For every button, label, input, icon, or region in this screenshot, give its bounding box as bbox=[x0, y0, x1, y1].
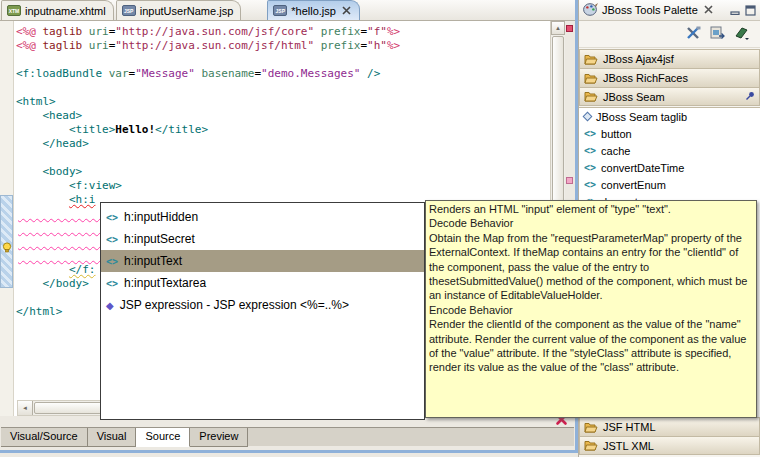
palette-title-bar: JBoss Tools Palette bbox=[579, 0, 760, 21]
completion-item-hinputHidden[interactable]: <>h:inputHidden bbox=[101, 206, 424, 228]
palette-groups: JBoss Ajax4jsfJBoss RichFacesJBoss Seam bbox=[579, 49, 760, 106]
maximize-view-button[interactable] bbox=[745, 5, 756, 16]
code-line bbox=[16, 151, 550, 165]
palette-item-label: JBoss Seam taglib bbox=[596, 111, 687, 123]
tooltip-text-line: Encode Behavior bbox=[429, 303, 753, 317]
scroll-left-button[interactable]: ◄ bbox=[18, 401, 33, 415]
close-tab-icon[interactable] bbox=[342, 6, 352, 16]
editor-tab-inputUserNamejsp[interactable]: JSPinputUserName.jsp bbox=[116, 0, 242, 20]
code-token bbox=[16, 277, 43, 290]
editor-mode-tabs: Visual/SourceVisualSourcePreview bbox=[1, 427, 574, 446]
completion-item-hinputTextarea[interactable]: <>h:inputTextarea bbox=[101, 272, 424, 294]
palette-groups-bottom: JSF HTMLJSTL XML bbox=[579, 417, 760, 455]
palette-item-button[interactable]: <>button bbox=[579, 125, 760, 142]
editor-tab-inputnamexhtml[interactable]: XTMinputname.xhtml bbox=[1, 0, 114, 20]
palette-group-jboss-richfaces[interactable]: JBoss RichFaces bbox=[579, 68, 760, 87]
code-line: <head> bbox=[16, 109, 550, 123]
palette-menu-icon[interactable] bbox=[734, 26, 750, 42]
code-token: taglib bbox=[43, 25, 89, 38]
completion-item-label: h:inputTextarea bbox=[124, 276, 206, 290]
completion-item-JSP[interactable]: ◆JSP expression - JSP expression <%=..%> bbox=[101, 294, 424, 316]
code-token bbox=[16, 263, 69, 276]
code-token: "demo.Messages" bbox=[261, 67, 360, 80]
code-token: <f:view> bbox=[69, 179, 122, 192]
code-line: <html> bbox=[16, 95, 550, 109]
error-marker[interactable] bbox=[566, 25, 573, 32]
code-token: </title> bbox=[155, 123, 208, 136]
jsp-file-icon: JSP bbox=[122, 5, 136, 16]
code-token: </f: bbox=[69, 263, 96, 276]
ide-window: XTMinputname.xhtmlJSPinputUserName.jspJS… bbox=[0, 0, 760, 457]
xhtml-file-icon: XTM bbox=[7, 5, 21, 16]
palette-group-jstl-xml[interactable]: JSTL XML bbox=[579, 436, 760, 455]
mode-tab-visual[interactable]: Visual bbox=[88, 428, 137, 447]
import-icon[interactable] bbox=[710, 26, 725, 42]
tooltip-text-line: Obtain the Map from the "requestParamete… bbox=[429, 231, 753, 303]
completion-item-hinputText[interactable]: <>h:inputText bbox=[101, 250, 424, 272]
open-folder-icon bbox=[584, 91, 598, 102]
editor-tab-label: inputUserName.jsp bbox=[140, 5, 234, 17]
code-token: <h:i bbox=[69, 193, 96, 206]
mode-tab-source[interactable]: Source bbox=[136, 428, 190, 447]
minimize-view-button[interactable] bbox=[730, 5, 741, 16]
palette-item-convertenum[interactable]: <>convertEnum bbox=[579, 176, 760, 193]
code-token bbox=[16, 179, 69, 192]
pin-icon[interactable] bbox=[745, 91, 755, 103]
annotation-ruler[interactable] bbox=[0, 21, 14, 416]
tag-icon: <> bbox=[584, 179, 596, 190]
tag-icon: <> bbox=[106, 212, 118, 223]
palette-item-convertdatetime[interactable]: <>convertDateTime bbox=[579, 159, 760, 176]
open-folder-icon bbox=[584, 440, 598, 451]
code-token: prefix bbox=[314, 25, 360, 38]
completion-item-label: JSP expression - JSP expression <%=..%> bbox=[120, 298, 349, 312]
warning-marker[interactable] bbox=[566, 177, 573, 184]
code-completion-popup[interactable]: <>h:inputHidden<>h:inputSecret<>h:inputT… bbox=[100, 202, 425, 420]
palette-group-label: JSTL XML bbox=[603, 440, 654, 452]
palette-item-jboss-seam-taglib[interactable]: JBoss Seam taglib bbox=[579, 108, 760, 125]
code-line: <%@ taglib uri="http://java.sun.com/jsf/… bbox=[16, 25, 550, 39]
palette-group-jboss-seam[interactable]: JBoss Seam bbox=[579, 87, 760, 106]
code-token: %> bbox=[387, 39, 400, 52]
code-token: <%@ bbox=[16, 39, 43, 52]
completion-item-hinputSecret[interactable]: <>h:inputSecret bbox=[101, 228, 424, 250]
code-token: %> bbox=[387, 25, 400, 38]
code-token: "f" bbox=[367, 25, 387, 38]
completion-item-label: h:inputHidden bbox=[124, 210, 198, 224]
code-token: uri bbox=[89, 39, 109, 52]
editor-tab-label: inputname.xhtml bbox=[25, 5, 106, 17]
palette-item-cache[interactable]: <>cache bbox=[579, 142, 760, 159]
code-token: taglib bbox=[43, 39, 89, 52]
code-token: </html> bbox=[16, 305, 62, 318]
code-token bbox=[16, 165, 43, 178]
jsp-file-icon: JSP bbox=[273, 5, 287, 16]
palette-tools-icon[interactable] bbox=[686, 26, 701, 42]
code-line bbox=[16, 81, 550, 95]
tooltip-text-line: Render the clientId of the component as … bbox=[429, 317, 753, 375]
editor-bottom-bar: Visual/SourceVisualSourcePreview bbox=[0, 416, 575, 450]
mode-tab-visual-source[interactable]: Visual/Source bbox=[1, 428, 88, 447]
tag-icon: <> bbox=[584, 162, 596, 173]
editor-tab-hellojsp[interactable]: JSP*hello.jsp bbox=[267, 0, 360, 20]
tag-icon: <> bbox=[106, 234, 118, 245]
mode-tab-preview[interactable]: Preview bbox=[190, 428, 248, 447]
open-folder-icon bbox=[584, 73, 598, 84]
palette-toolbar bbox=[579, 21, 760, 48]
palette-item-label: button bbox=[601, 128, 632, 140]
palette-group-jboss-ajax4jsf[interactable]: JBoss Ajax4jsf bbox=[579, 49, 760, 68]
scroll-up-button[interactable]: ▲ bbox=[551, 21, 565, 35]
code-token: "http://java.sun.com/jsf/html" bbox=[115, 39, 314, 52]
tooltip-text-line: Decode Behavior bbox=[429, 216, 753, 230]
open-folder-icon bbox=[584, 54, 598, 65]
code-line: <f:view> bbox=[16, 179, 550, 193]
palette-close-icon[interactable] bbox=[704, 5, 714, 15]
code-token: basename bbox=[195, 67, 255, 80]
code-token: <f:loadBundle bbox=[16, 67, 109, 80]
code-token: "http://java.sun.com/jsf/core" bbox=[115, 25, 314, 38]
code-line: <title>Hello!</title> bbox=[16, 123, 550, 137]
completion-item-label: h:inputSecret bbox=[124, 232, 195, 246]
palette-group-jsf-html[interactable]: JSF HTML bbox=[579, 417, 760, 436]
palette-group-label: JSF HTML bbox=[603, 421, 656, 433]
completion-doc-tooltip: Renders an HTML "input" element of "type… bbox=[425, 200, 757, 418]
palette-item-label: convertDateTime bbox=[601, 162, 684, 174]
tag-icon: <> bbox=[584, 145, 596, 156]
